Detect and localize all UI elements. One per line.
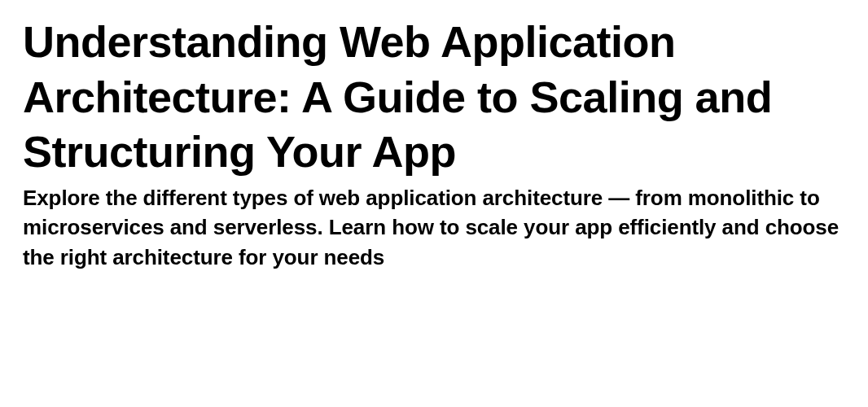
article-subtitle: Explore the different types of web appli… — [23, 183, 845, 274]
article-title: Understanding Web Application Architectu… — [23, 15, 845, 180]
